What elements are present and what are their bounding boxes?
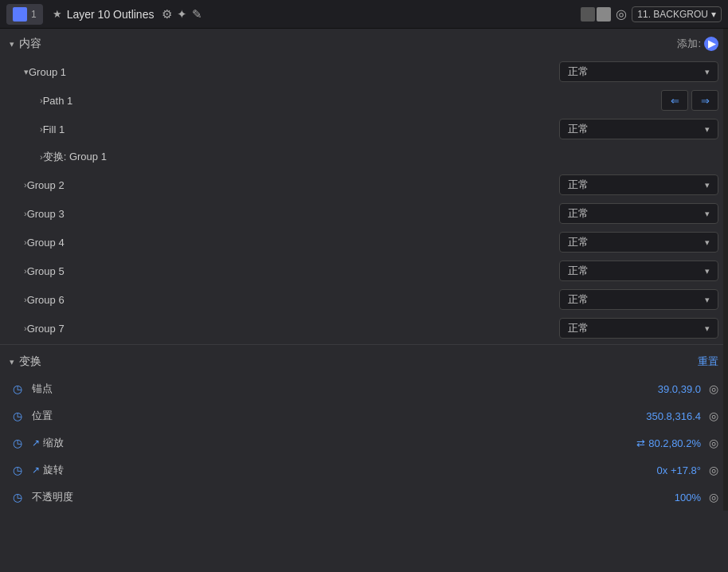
opacity-timer-icon[interactable]: ◷ — [13, 491, 27, 503]
rotation-graph-icon: ↗ — [32, 464, 40, 476]
anchor-label: 锚点 — [32, 382, 658, 396]
group3-blend-dropdown[interactable]: 正常 ▾ — [559, 203, 718, 224]
add-circle-icon: ▶ — [704, 37, 718, 51]
group6-label: Group 6 — [27, 294, 559, 306]
position-spiral-icon[interactable]: ◎ — [709, 409, 718, 422]
tab-item[interactable]: 1 — [6, 4, 43, 25]
add-button[interactable]: 添加: ▶ — [677, 37, 718, 51]
top-icons: ⚙ ✦ ✎ — [162, 7, 202, 22]
opacity-value[interactable]: 100% — [675, 492, 701, 503]
layer-title: Layer 10 Outlines — [67, 8, 155, 21]
top-bar: 1 ★ Layer 10 Outlines ⚙ ✦ ✎ ◎ 11. BACKGR… — [0, 0, 728, 29]
swatch-dark[interactable] — [581, 7, 595, 22]
group3-blend-value: 正常 — [568, 206, 589, 221]
swatch-light[interactable] — [597, 7, 611, 22]
star-icon[interactable]: ★ — [53, 8, 62, 20]
group4-label: Group 4 — [27, 237, 559, 249]
main-panel: ▾ 内容 添加: ▶ ▾ Group 1 正常 ▾ › Path 1 ⇐ ⇒ › — [0, 29, 728, 511]
group2-blend-arrow: ▾ — [705, 180, 710, 190]
rotation-label: 旋转 — [43, 463, 657, 477]
color-swatches — [581, 7, 611, 22]
path-icon-group: ⇐ ⇒ — [661, 90, 718, 111]
group7-row[interactable]: › Group 7 正常 ▾ — [0, 314, 728, 343]
rotation-timer-icon[interactable]: ◷ — [13, 464, 27, 476]
group4-blend-dropdown[interactable]: 正常 ▾ — [559, 232, 718, 253]
group7-blend-dropdown[interactable]: 正常 ▾ — [559, 318, 718, 339]
scale-timer-icon[interactable]: ◷ — [13, 437, 27, 449]
pencil-icon[interactable]: ✎ — [192, 7, 202, 22]
group3-label: Group 3 — [27, 208, 559, 220]
group2-label: Group 2 — [27, 179, 559, 191]
transform-group1-label: 变换: Group 1 — [43, 150, 718, 164]
position-timer-icon[interactable]: ◷ — [13, 409, 27, 422]
transform-group1-row[interactable]: › 变换: Group 1 — [0, 143, 728, 170]
group2-blend-value: 正常 — [568, 178, 589, 192]
scale-row: ◷ ↗ 缩放 ⇄ 80.2,80.2% ◎ — [0, 429, 728, 456]
fill1-blend-value: 正常 — [568, 122, 589, 136]
group1-label: Group 1 — [29, 66, 559, 78]
spiral-icon[interactable]: ◎ — [616, 6, 627, 22]
tab-icon — [13, 7, 27, 22]
rotation-row: ◷ ↗ 旋转 0x +17.8° ◎ — [0, 456, 728, 484]
transform-collapse-icon[interactable]: ▾ — [10, 357, 14, 367]
fill1-label: Fill 1 — [43, 123, 559, 135]
scale-spiral-icon[interactable]: ◎ — [709, 437, 718, 449]
opacity-spiral-icon[interactable]: ◎ — [709, 491, 718, 503]
group6-blend-arrow: ▾ — [705, 295, 710, 305]
scrollbar[interactable] — [723, 29, 728, 511]
group4-blend-value: 正常 — [568, 235, 589, 249]
group6-row[interactable]: › Group 6 正常 ▾ — [0, 285, 728, 314]
path-icon-btn-2[interactable]: ⇒ — [691, 90, 718, 111]
group1-row[interactable]: ▾ Group 1 正常 ▾ — [0, 57, 728, 86]
group7-blend-arrow: ▾ — [705, 323, 710, 334]
group5-blend-arrow: ▾ — [705, 266, 710, 276]
path-sym-2: ⇒ — [701, 95, 710, 107]
group5-blend-dropdown[interactable]: 正常 ▾ — [559, 261, 718, 281]
content-section-header: ▾ 内容 添加: ▶ — [0, 29, 728, 57]
sun-icon[interactable]: ✦ — [177, 7, 187, 22]
group1-blend-arrow: ▾ — [705, 67, 710, 77]
rotation-value[interactable]: 0x +17.8° — [657, 464, 701, 476]
group5-row[interactable]: › Group 5 正常 ▾ — [0, 257, 728, 285]
scale-value[interactable]: 80.2,80.2% — [648, 437, 701, 449]
path-icon-btn-1[interactable]: ⇐ — [661, 90, 688, 111]
anchor-value[interactable]: 39.0,39.0 — [658, 383, 701, 395]
opacity-row: ◷ 不透明度 100% ◎ — [0, 484, 728, 511]
reset-button[interactable]: 重置 — [698, 355, 718, 369]
layer-select-arrow: ▾ — [711, 9, 716, 20]
path-sym-1: ⇐ — [671, 95, 679, 107]
group2-blend-dropdown[interactable]: 正常 ▾ — [559, 174, 718, 195]
group3-row[interactable]: › Group 3 正常 ▾ — [0, 199, 728, 228]
add-label: 添加: — [677, 37, 701, 51]
position-row: ◷ 位置 350.8,316.4 ◎ — [0, 402, 728, 429]
path1-row[interactable]: › Path 1 ⇐ ⇒ — [0, 86, 728, 115]
scale-label: 缩放 — [43, 436, 636, 450]
tab-number: 1 — [31, 9, 37, 20]
layer-select-dropdown[interactable]: 11. BACKGROU ▾ — [632, 6, 722, 22]
group5-blend-value: 正常 — [568, 264, 589, 278]
group1-blend-dropdown[interactable]: 正常 ▾ — [559, 61, 718, 82]
content-collapse-icon[interactable]: ▾ — [10, 39, 14, 49]
fill1-row[interactable]: › Fill 1 正常 ▾ — [0, 115, 728, 143]
content-label: 内容 — [19, 37, 41, 51]
anchor-spiral-icon[interactable]: ◎ — [709, 382, 718, 395]
group7-label: Group 7 — [27, 323, 559, 335]
link-icon[interactable]: ⇄ — [636, 437, 645, 449]
position-value[interactable]: 350.8,316.4 — [646, 410, 701, 422]
group2-row[interactable]: › Group 2 正常 ▾ — [0, 170, 728, 199]
group4-row[interactable]: › Group 4 正常 ▾ — [0, 228, 728, 257]
group3-blend-arrow: ▾ — [705, 209, 710, 219]
fill1-blend-arrow: ▾ — [705, 124, 710, 135]
layer-select-label: 11. BACKGROU — [637, 9, 708, 20]
group1-blend-value: 正常 — [568, 65, 589, 79]
fill1-blend-dropdown[interactable]: 正常 ▾ — [559, 119, 718, 139]
group6-blend-dropdown[interactable]: 正常 ▾ — [559, 289, 718, 310]
group4-blend-arrow: ▾ — [705, 237, 710, 248]
puppet-icon[interactable]: ⚙ — [162, 7, 172, 22]
opacity-label: 不透明度 — [32, 490, 675, 504]
path1-label: Path 1 — [43, 95, 661, 107]
rotation-spiral-icon[interactable]: ◎ — [709, 464, 718, 476]
group6-blend-value: 正常 — [568, 292, 589, 307]
group5-label: Group 5 — [27, 265, 559, 277]
anchor-timer-icon[interactable]: ◷ — [13, 382, 27, 395]
